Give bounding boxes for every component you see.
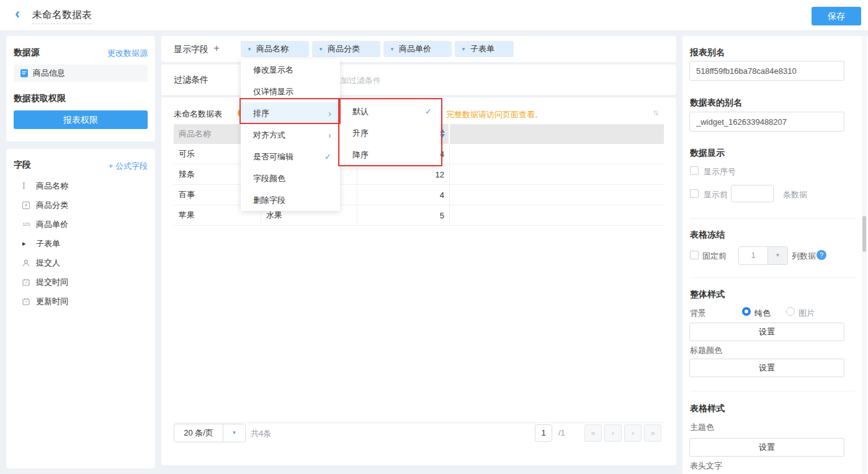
prev-page-button[interactable]: ‹ — [604, 424, 622, 442]
freeze-heading: 表格冻结 — [690, 230, 725, 241]
freeze-checkbox[interactable] — [690, 251, 699, 259]
datasource-item[interactable]: 商品信息 — [14, 65, 148, 82]
show-first-label: 显示前 — [704, 189, 728, 200]
table-alias-input[interactable] — [689, 112, 844, 132]
page-number-input[interactable]: 1 — [535, 424, 552, 442]
select-icon: ▾ — [22, 202, 36, 209]
field-label: 提交时间 — [36, 277, 68, 288]
chip-product-name[interactable]: ▼商品名称 — [241, 41, 309, 57]
menu-item-rename[interactable]: 修改显示名 — [241, 59, 340, 81]
chevron-down-icon[interactable]: ▼ — [390, 47, 395, 52]
chip-product-category[interactable]: ▼商品分类 — [312, 41, 380, 57]
menu-item-editable[interactable]: 是否可编辑✓ — [241, 146, 340, 168]
chevron-down-icon[interactable]: ▼ — [767, 247, 787, 264]
field-label: 商品单价 — [36, 219, 68, 230]
menu-item-field-color[interactable]: 字段颜色 — [241, 168, 340, 189]
show-index-checkbox[interactable] — [690, 166, 699, 175]
field-item-product-name[interactable]: I商品名称 — [6, 176, 155, 195]
page-title[interactable]: 未命名数据表 — [32, 9, 92, 24]
table-title: 未命名数据表 — [174, 109, 222, 120]
help-icon[interactable]: ? — [817, 250, 826, 260]
chip-product-price[interactable]: ▼商品单价 — [383, 41, 452, 57]
background-set-button[interactable]: 设置 — [689, 323, 844, 341]
theme-color-set-button[interactable]: 设置 — [689, 438, 844, 457]
menu-item-label: 删除字段 — [253, 195, 285, 206]
freeze-count-select[interactable]: 1 ▼ — [738, 246, 788, 265]
row-limit-input[interactable] — [731, 185, 774, 202]
menu-item-delete-field[interactable]: 删除字段 — [241, 189, 340, 211]
table-cell — [450, 185, 664, 205]
document-icon — [20, 69, 29, 78]
freeze-suffix-label: 列数据 — [792, 251, 816, 262]
add-formula-field-link[interactable]: + 公式字段 — [109, 161, 148, 172]
divider — [690, 277, 855, 278]
field-item-submit-time[interactable]: 提交时间 — [6, 272, 155, 292]
field-item-product-price[interactable]: 123商品单价 — [6, 215, 155, 234]
first-page-button[interactable]: « — [584, 424, 602, 442]
divider — [174, 423, 664, 423]
menu-item-label: 是否可编辑 — [253, 151, 293, 163]
last-page-button[interactable]: » — [644, 424, 661, 442]
submenu-item-ascending[interactable]: 升序 — [340, 122, 441, 144]
display-fields-label: 显示字段 — [174, 44, 208, 55]
chevron-down-icon[interactable]: ▼ — [223, 424, 245, 442]
menu-item-label: 修改显示名 — [253, 65, 293, 76]
page-size-value: 20 条/页 — [174, 424, 223, 442]
chip-label: 商品单价 — [399, 43, 431, 55]
field-label: 商品分类 — [36, 200, 68, 211]
chip-subform[interactable]: ▼子表单 — [455, 41, 514, 57]
submenu-item-descending[interactable]: 降序 — [340, 144, 441, 166]
change-datasource-link[interactable]: 更改数据源 — [107, 48, 148, 59]
table-cell — [450, 164, 664, 185]
report-alias-heading: 报表别名 — [690, 47, 725, 58]
permission-heading: 数据获取权限 — [14, 93, 66, 104]
submenu-item-default[interactable]: 默认✓ — [340, 101, 441, 122]
data-display-heading: 数据显示 — [690, 148, 725, 159]
field-context-menu: 修改显示名 仅详情显示 排序› 对齐方式› 是否可编辑✓ 字段颜色 删除字段 — [241, 59, 340, 211]
table-cell: 5 — [357, 205, 450, 226]
settings-panel: 报表别名 数据表的别名 数据显示 显示序号 显示前 条数据 表格冻结 固定前 1… — [682, 36, 868, 474]
next-page-button[interactable]: › — [624, 424, 642, 442]
field-label: 更新时间 — [36, 296, 68, 307]
chevron-down-icon[interactable]: ▼ — [318, 47, 323, 52]
sort-order-icon[interactable]: ↑↓ — [653, 107, 657, 117]
field-label: 子表单 — [36, 238, 60, 249]
table-alias-heading: 数据表的别名 — [690, 97, 742, 109]
field-item-update-time[interactable]: 更新时间 — [6, 292, 155, 311]
fields-panel: 字段 + 公式字段 I商品名称 ▾商品分类 123商品单价 ▸子表单 提交人 提… — [6, 149, 155, 468]
overall-style-heading: 整体样式 — [690, 289, 725, 300]
scrollbar-track[interactable] — [862, 36, 867, 474]
menu-item-alignment[interactable]: 对齐方式› — [241, 124, 340, 146]
page-total-label: /1 — [558, 428, 565, 437]
image-label: 图片 — [799, 308, 815, 319]
scrollbar-thumb[interactable] — [862, 216, 866, 252]
title-color-label: 标题颜色 — [690, 345, 722, 356]
menu-item-detail-only[interactable]: 仅详情显示 — [241, 81, 340, 102]
field-item-subform[interactable]: ▸子表单 — [6, 234, 155, 253]
page-size-select[interactable]: 20 条/页 ▼ — [174, 424, 246, 442]
field-item-submitter[interactable]: 提交人 — [6, 253, 155, 272]
chevron-down-icon[interactable]: ▼ — [461, 47, 466, 52]
back-chevron-icon[interactable]: ‹ — [15, 5, 20, 22]
column-sort-icon[interactable] — [440, 129, 445, 138]
subform-expand-icon[interactable]: ▸ — [22, 239, 36, 248]
check-icon: ✓ — [425, 107, 432, 116]
menu-item-sort[interactable]: 排序› — [241, 102, 340, 124]
save-button[interactable]: 保存 — [812, 7, 861, 25]
title-color-set-button[interactable]: 设置 — [689, 359, 844, 377]
report-permission-button[interactable]: 报表权限 — [14, 110, 148, 129]
show-index-label: 显示序号 — [704, 166, 736, 177]
chevron-down-icon[interactable]: ▼ — [247, 47, 252, 52]
check-icon: ✓ — [324, 152, 331, 161]
add-display-field-icon[interactable]: + — [213, 42, 220, 55]
report-alias-input[interactable] — [689, 61, 844, 81]
topbar: ‹ 未命名数据表 保存 — [0, 0, 868, 31]
field-item-product-category[interactable]: ▾商品分类 — [6, 195, 155, 215]
user-icon — [22, 259, 36, 267]
image-radio[interactable] — [786, 307, 795, 316]
solid-color-radio[interactable] — [742, 307, 751, 316]
fields-heading: 字段 — [14, 159, 31, 171]
background-label: 背景 — [690, 308, 706, 319]
show-first-checkbox[interactable] — [690, 189, 699, 198]
menu-item-label: 字段颜色 — [253, 173, 285, 184]
